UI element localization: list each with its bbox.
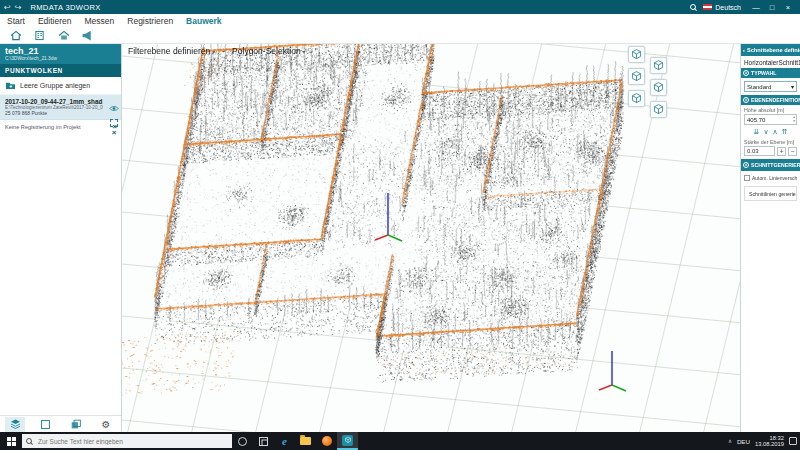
close-button[interactable]: × [780, 3, 796, 12]
spinner-down-icon[interactable]: ▾ [793, 120, 795, 124]
viewport-toolbar: Filterebene definieren ▾ - Polygon-Selek… [128, 46, 306, 56]
hoehe-input[interactable]: 405.70 ▴ ▾ [744, 114, 797, 125]
menu-editieren[interactable]: Editieren [38, 16, 72, 26]
generate-sections-button[interactable]: Schnittlinien generieren [744, 186, 797, 201]
stacked-views-icon[interactable] [66, 417, 86, 432]
taskbar-clock[interactable]: 18:32 13.08.2019 [755, 435, 784, 448]
step-down-fast-button[interactable]: ⇊ [754, 128, 760, 136]
auto-intersection-label: Autom. Linienverschneidung [752, 175, 797, 181]
system-tray: ∧ DEU 18:32 13.08.2019 [728, 435, 800, 448]
collapse-chevron-icon: ∧ [743, 162, 749, 168]
megaphone-icon[interactable] [79, 29, 96, 43]
task-view-icon[interactable] [253, 432, 274, 450]
plane-name: HorizontalerSchnitt1 [741, 56, 800, 68]
back-icon: ‹ [743, 47, 745, 53]
type-value: Standard [747, 84, 771, 90]
search-input[interactable] [36, 437, 216, 446]
hoehe-value: 405.70 [747, 117, 765, 123]
decrease-thickness-button[interactable]: − [788, 147, 797, 156]
search-icon[interactable] [690, 4, 696, 10]
maximize-button[interactable]: □ [764, 3, 780, 12]
step-up-fast-button[interactable]: ⇈ [782, 128, 788, 136]
crop-selection-icon[interactable] [110, 119, 118, 127]
panel-bottom-toolbar: ⚙ [0, 415, 121, 432]
filter-plane-button[interactable]: Filterebene definieren ▾ [128, 46, 215, 56]
polygon-selection-button[interactable]: Polygon-Selektion ▾ [232, 46, 306, 56]
cortana-icon[interactable] [232, 432, 253, 450]
staerke-label: Stärke der Ebene [m] [741, 137, 800, 145]
start-button[interactable] [0, 432, 22, 450]
ribbon-toolbar [0, 28, 800, 44]
house-plan-icon[interactable] [55, 29, 72, 43]
project-header: tech_21 C:\3DWorx\tech_21.3dw [0, 44, 121, 64]
undo-icon[interactable]: ↩ [4, 3, 11, 12]
keyboard-language[interactable]: DEU [737, 438, 750, 445]
new-group-button[interactable]: Leere Gruppe anlegen [0, 77, 121, 95]
building-icon[interactable] [31, 29, 48, 43]
view-cube-button[interactable] [650, 57, 667, 74]
folder-plus-icon [5, 81, 16, 90]
tray-expand-icon[interactable]: ∧ [728, 438, 732, 444]
height-step-buttons: ⇊ ∨ ∧ ⇈ [741, 126, 800, 137]
windows-taskbar: e ∧ DEU 18:32 13.08.2019 [0, 432, 800, 450]
viewport-3d: Filterebene definieren ▾ - Polygon-Selek… [122, 44, 740, 432]
type-dropdown[interactable]: Standard ▾ [744, 81, 797, 92]
app-window: ↩ ↪ RMDATA 3DWORX Deutsch — □ × Start Ed… [0, 0, 800, 450]
visibility-eye-icon[interactable] [109, 98, 119, 116]
search-icon [26, 438, 32, 444]
section-typwahl[interactable]: ∧ TYPWAHL [741, 68, 800, 78]
ebenendefinition-label: EBENENDEFINITION [751, 97, 800, 103]
hoehe-label: Höhe absolut [m] [741, 105, 800, 113]
notification-center-icon[interactable] [789, 437, 797, 445]
remove-pointcloud-icon[interactable]: × [112, 130, 117, 136]
panel-header[interactable]: ‹ Schnittebene definieren [741, 44, 800, 56]
schnittgenerierung-label: SCHNITTGENERIERUNG [751, 162, 800, 168]
pointcloud-list-item[interactable]: 2017-10-20_09-44-27_1mm_shad E:\Technolo… [0, 95, 121, 120]
section-ebenendefinition[interactable]: ∧ EBENENDEFINITION [741, 95, 800, 105]
language-selector[interactable]: Deutsch [703, 4, 741, 11]
view-cube-button[interactable] [628, 68, 645, 85]
plane-icon[interactable] [35, 417, 55, 432]
section-schnittgenerierung[interactable]: ∧ SCHNITTGENERIERUNG ⚙ [741, 159, 800, 171]
increase-thickness-button[interactable]: + [777, 147, 786, 156]
settings-gear-icon[interactable]: ⚙ [96, 417, 116, 432]
view-cube-button[interactable] [628, 90, 645, 107]
auto-intersection-row: Autom. Linienverschneidung [741, 171, 800, 183]
home-icon[interactable] [7, 29, 24, 43]
file-explorer-icon[interactable] [295, 432, 316, 450]
layers-icon[interactable] [5, 417, 25, 432]
menu-registrieren[interactable]: Registrieren [127, 16, 173, 26]
view-cube-button[interactable] [628, 46, 645, 63]
filter-plane-label: Filterebene definieren [128, 46, 210, 56]
staerke-row: 0.03 + − [744, 146, 797, 156]
minimize-button[interactable]: — [748, 3, 764, 12]
project-path: C:\3DWorx\tech_21.3dw [5, 56, 116, 61]
section-plane-panel: ‹ Schnittebene definieren HorizontalerSc… [740, 44, 800, 432]
step-down-button[interactable]: ∨ [763, 128, 768, 136]
pointclouds-section-header[interactable]: PUNKTWOLKEN [0, 64, 121, 77]
caret-down-icon: ▾ [303, 48, 306, 55]
rmdata-3dworx-taskbar-icon[interactable] [337, 432, 358, 450]
taskbar-search[interactable] [22, 434, 232, 448]
auto-intersection-checkbox[interactable] [744, 175, 750, 181]
edge-icon[interactable]: e [274, 432, 295, 450]
view-cube-toolbar [628, 46, 670, 126]
clock-date: 13.08.2019 [755, 441, 784, 447]
registration-note: Keine Registrierung im Projekt [5, 124, 81, 130]
project-name: tech_21 [5, 46, 116, 56]
view-cube-button[interactable] [650, 101, 667, 118]
browser-icon[interactable] [316, 432, 337, 450]
registration-note-row: Keine Registrierung im Projekt × [0, 120, 121, 134]
menu-bauwerk[interactable]: Bauwerk [186, 16, 221, 26]
new-group-label: Leere Gruppe anlegen [20, 82, 90, 89]
view-cube-button[interactable] [650, 79, 667, 96]
language-label: Deutsch [715, 4, 741, 11]
menu-bar: Start Editieren Messen Registrieren Bauw… [0, 14, 800, 28]
menu-messen[interactable]: Messen [85, 16, 115, 26]
step-up-button[interactable]: ∧ [773, 128, 778, 136]
menu-start[interactable]: Start [7, 16, 25, 26]
flag-icon [703, 4, 712, 10]
pointcloud-name: 2017-10-20_09-44-27_1mm_shad [5, 98, 103, 105]
staerke-input[interactable]: 0.03 [744, 146, 775, 156]
redo-icon[interactable]: ↪ [15, 3, 22, 12]
